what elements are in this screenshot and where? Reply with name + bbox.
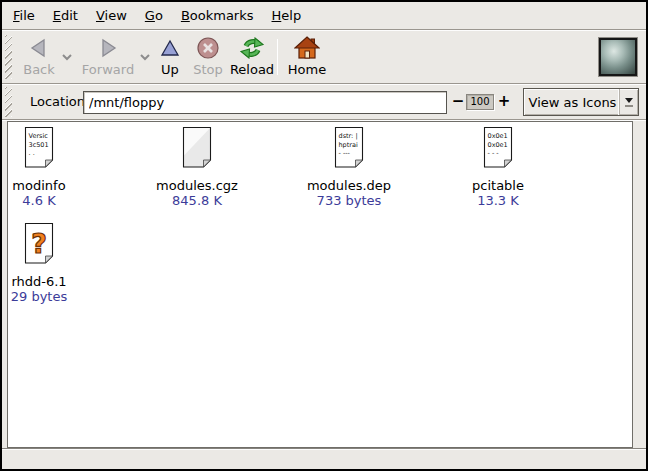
file-name: pcitable: [433, 178, 563, 193]
menu-bookmarks[interactable]: Bookmarks: [172, 4, 263, 27]
text-file-icon: dstr: |hptrai- ---: [284, 126, 414, 170]
menu-edit[interactable]: Edit: [44, 4, 87, 27]
status-bar: [2, 448, 646, 469]
home-icon: [294, 35, 320, 61]
stop-button[interactable]: Stop: [188, 35, 228, 81]
file-size: 733 bytes: [284, 193, 414, 208]
forward-label: Forward: [82, 62, 134, 77]
up-label: Up: [161, 62, 179, 77]
stop-label: Stop: [193, 62, 223, 77]
svg-text:- - -: - - -: [488, 149, 500, 157]
dropdown-arrow-icon: [619, 89, 638, 115]
svg-text:hptrai: hptrai: [339, 141, 358, 149]
svg-text:dstr: |: dstr: |: [339, 132, 358, 140]
reload-button[interactable]: Reload: [226, 35, 278, 81]
unknown-file-icon: ?: [7, 222, 104, 266]
throbber-icon: [599, 38, 637, 76]
back-button[interactable]: Back: [14, 35, 64, 81]
up-button[interactable]: Up: [154, 35, 186, 81]
text-file-icon: Versic3c501. .: [7, 126, 104, 170]
forward-button[interactable]: Forward: [80, 35, 136, 81]
text-file-icon: 0x0e10x0e1- - -: [433, 126, 563, 170]
menu-view[interactable]: View: [87, 4, 136, 27]
menu-bar: FileEditViewGoBookmarksHelp: [2, 2, 646, 29]
file-item-rhdd-6.1[interactable]: ?rhdd-6.129 bytes: [7, 222, 104, 304]
stop-icon: [196, 35, 220, 61]
svg-text:- ---: - ---: [339, 149, 351, 157]
svg-text:3c501: 3c501: [29, 141, 49, 149]
menu-help[interactable]: Help: [263, 4, 311, 27]
back-history-dropdown-icon[interactable]: [60, 52, 74, 62]
svg-text:. .: . .: [29, 149, 35, 157]
file-view[interactable]: Versic3c501. .modinfo4.6 Kmodules.cgz845…: [7, 121, 633, 448]
file-item-modules.cgz[interactable]: modules.cgz845.8 K: [132, 126, 262, 208]
file-name: modules.dep: [284, 178, 414, 193]
file-size: 29 bytes: [7, 289, 104, 304]
zoom-out-button[interactable]: −: [451, 92, 465, 110]
file-size: 4.6 K: [7, 193, 104, 208]
location-bar: Location: − 100 + View as Icons: [2, 85, 646, 119]
svg-text:0x0e1: 0x0e1: [488, 141, 508, 149]
file-manager-window: FileEditViewGoBookmarksHelp Back Forward: [0, 0, 648, 471]
view-mode-dropdown[interactable]: View as Icons: [523, 88, 639, 116]
menu-go[interactable]: Go: [136, 4, 172, 27]
binary-file-icon: [132, 126, 262, 170]
back-icon: [28, 35, 50, 61]
toolbar: Back Forward Up: [2, 31, 646, 83]
zoom-level-indicator[interactable]: 100: [466, 94, 494, 110]
view-mode-label: View as Icons: [524, 95, 619, 110]
svg-text:0x0e1: 0x0e1: [488, 132, 508, 140]
toolbar-separator: [277, 39, 278, 75]
file-name: modinfo: [7, 178, 104, 193]
home-button[interactable]: Home: [286, 35, 328, 81]
file-size: 845.8 K: [132, 193, 262, 208]
locationbar-drag-handle[interactable]: [5, 87, 12, 117]
location-input[interactable]: [83, 91, 447, 114]
location-label: Location:: [30, 94, 89, 109]
svg-text:Versic: Versic: [29, 132, 49, 140]
toolbar-drag-handle[interactable]: [5, 35, 12, 79]
reload-icon: [239, 35, 265, 61]
forward-history-dropdown-icon[interactable]: [138, 52, 152, 62]
file-size: 13.3 K: [433, 193, 563, 208]
menu-file[interactable]: File: [4, 4, 44, 27]
file-name: rhdd-6.1: [7, 274, 104, 289]
home-label: Home: [288, 62, 326, 77]
zoom-in-button[interactable]: +: [497, 92, 511, 110]
file-item-modules.dep[interactable]: dstr: |hptrai- ---modules.dep733 bytes: [284, 126, 414, 208]
file-item-pcitable[interactable]: 0x0e10x0e1- - -pcitable13.3 K: [433, 126, 563, 208]
file-item-modinfo[interactable]: Versic3c501. .modinfo4.6 K: [7, 126, 104, 208]
reload-label: Reload: [230, 62, 274, 77]
svg-text:?: ?: [31, 228, 47, 259]
forward-icon: [97, 35, 119, 61]
file-name: modules.cgz: [132, 178, 262, 193]
back-label: Back: [23, 62, 55, 77]
up-icon: [159, 35, 181, 61]
